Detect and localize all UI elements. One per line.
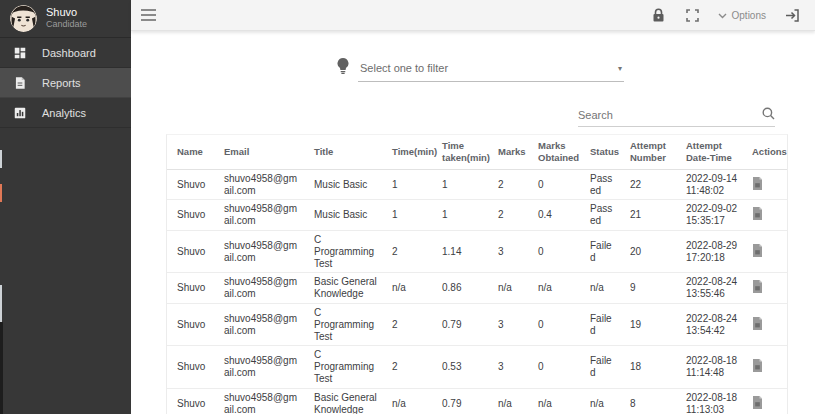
document-icon	[752, 280, 763, 296]
sidebar-item-analytics[interactable]: Analytics	[0, 98, 131, 128]
sidebar-item-label: Dashboard	[42, 47, 96, 59]
options-label: Options	[732, 10, 766, 21]
lock-icon[interactable]	[650, 6, 667, 24]
table-cell: 1.14	[434, 231, 490, 272]
table-cell: n/a	[384, 389, 434, 414]
table-cell: 0.79	[434, 389, 490, 414]
view-report-button[interactable]	[744, 304, 789, 345]
table-cell: 21	[622, 200, 678, 230]
reports-icon	[13, 76, 27, 90]
sidebar-item-reports[interactable]: Reports	[0, 68, 131, 98]
table-cell: 0.79	[434, 304, 490, 345]
table-cell: 1	[384, 200, 434, 230]
table-cell: 3	[490, 346, 530, 387]
table-cell: 2	[384, 346, 434, 387]
table-row: Shuvoshuvo4958@gmail.comC Programming Te…	[167, 231, 787, 273]
table-cell: 2	[384, 231, 434, 272]
table-cell: n/a	[530, 389, 582, 414]
table-cell: Shuvo	[167, 231, 216, 272]
main-area: Options Select one to filter ▾	[131, 0, 815, 414]
table-cell: 2022-08-18 11:14:48	[678, 346, 744, 387]
table-cell: shuvo4958@gmail.com	[216, 273, 306, 303]
user-name: Shuvo	[46, 6, 87, 20]
dropdown-arrow-icon: ▾	[618, 64, 622, 73]
reports-table: Name Email Title Time(min) Time taken(mi…	[166, 134, 788, 414]
hamburger-icon[interactable]	[139, 7, 158, 23]
logout-icon[interactable]	[783, 7, 801, 24]
table-cell: 0	[530, 346, 582, 387]
table-cell: C Programming Test	[306, 304, 384, 345]
column-header-status[interactable]: Status	[582, 135, 622, 169]
table-cell: 0	[530, 170, 582, 200]
edge-fragment	[0, 322, 3, 414]
table-cell: 20	[622, 231, 678, 272]
table-cell: Shuvo	[167, 273, 216, 303]
edge-fragment	[0, 285, 2, 322]
table-cell: 8	[622, 389, 678, 414]
table-cell: Passed	[582, 200, 622, 230]
table-cell: 2022-08-24 13:55:46	[678, 273, 744, 303]
view-report-button[interactable]	[744, 346, 789, 387]
table-row: Shuvoshuvo4958@gmail.comC Programming Te…	[167, 346, 787, 388]
table-cell: 0	[530, 231, 582, 272]
app-window: Shuvo Candidate Dashboard Reports	[0, 0, 815, 414]
fullscreen-icon[interactable]	[684, 7, 701, 24]
dashboard-icon	[13, 46, 27, 60]
column-header-email[interactable]: Email	[216, 135, 306, 169]
table-row: Shuvoshuvo4958@gmail.comBasic General Kn…	[167, 273, 787, 304]
filter-select[interactable]: Select one to filter ▾	[358, 62, 624, 82]
table-cell: n/a	[582, 273, 622, 303]
column-header-name[interactable]: Name	[167, 135, 216, 169]
filter-select-value: Select one to filter	[360, 62, 448, 74]
column-header-time-taken[interactable]: Time taken(min)	[434, 135, 490, 169]
table-body: Shuvoshuvo4958@gmail.comMusic Basic1120P…	[167, 170, 787, 414]
table-cell: Shuvo	[167, 200, 216, 230]
column-header-attempt-number[interactable]: Attempt Number	[622, 135, 678, 169]
column-header-title[interactable]: Title	[306, 135, 384, 169]
analytics-icon	[13, 106, 27, 120]
column-header-time[interactable]: Time(min)	[384, 135, 434, 169]
view-report-button[interactable]	[744, 200, 789, 230]
column-header-marks[interactable]: Marks	[490, 135, 530, 169]
table-cell: shuvo4958@gmail.com	[216, 170, 306, 200]
view-report-button[interactable]	[744, 389, 789, 414]
table-cell: Music Basic	[306, 170, 384, 200]
user-profile[interactable]: Shuvo Candidate	[0, 0, 131, 38]
table-cell: Failed	[582, 231, 622, 272]
table-cell: 0.86	[434, 273, 490, 303]
table-row: Shuvoshuvo4958@gmail.comBasic General Kn…	[167, 389, 787, 414]
chevron-down-icon	[718, 10, 727, 21]
table-cell: 3	[490, 231, 530, 272]
view-report-button[interactable]	[744, 231, 789, 272]
edge-fragment	[0, 150, 2, 168]
table-cell: 1	[384, 170, 434, 200]
column-header-actions[interactable]: Actions	[744, 135, 789, 169]
table-cell: 2022-08-24 13:54:42	[678, 304, 744, 345]
table-cell: n/a	[582, 389, 622, 414]
document-icon	[752, 244, 763, 260]
sidebar: Shuvo Candidate Dashboard Reports	[0, 0, 131, 414]
table-header: Name Email Title Time(min) Time taken(mi…	[167, 135, 787, 170]
table-cell: Passed	[582, 170, 622, 200]
table-cell: C Programming Test	[306, 346, 384, 387]
column-header-marks-obtained[interactable]: Marks Obtained	[530, 135, 582, 169]
options-dropdown[interactable]: Options	[718, 10, 766, 21]
table-cell: shuvo4958@gmail.com	[216, 304, 306, 345]
table-cell: Shuvo	[167, 389, 216, 414]
table-cell: Shuvo	[167, 304, 216, 345]
table-cell: 2022-08-29 17:20:18	[678, 231, 744, 272]
column-header-attempt-date-time[interactable]: Attempt Date-Time	[678, 135, 744, 169]
view-report-button[interactable]	[744, 170, 789, 200]
table-cell: Shuvo	[167, 170, 216, 200]
table-cell: n/a	[490, 389, 530, 414]
avatar	[10, 5, 37, 32]
search-input[interactable]	[578, 107, 762, 123]
table-cell: 2022-09-02 15:35:17	[678, 200, 744, 230]
table-cell: 2	[490, 170, 530, 200]
sidebar-nav: Dashboard Reports Analytics	[0, 38, 131, 128]
document-icon	[752, 207, 763, 223]
view-report-button[interactable]	[744, 273, 789, 303]
table-row: Shuvoshuvo4958@gmail.comMusic Basic1120P…	[167, 170, 787, 201]
sidebar-item-dashboard[interactable]: Dashboard	[0, 38, 131, 68]
search-field	[578, 106, 775, 127]
